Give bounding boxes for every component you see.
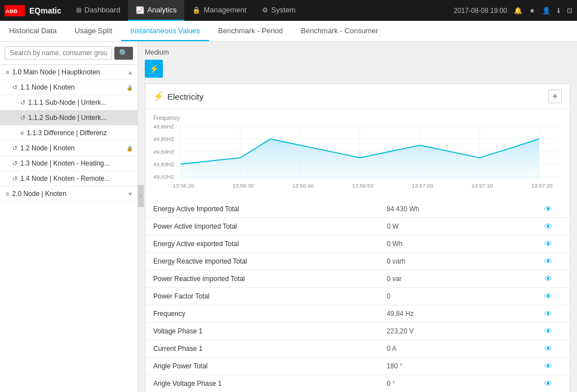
chart-area: Frequency 49,86HZ 49,85HZ 49,84HZ 49,83H…: [145, 109, 570, 201]
metric-value: 49,84 Hz: [379, 305, 527, 323]
analytics-icon: 📈: [136, 6, 144, 14]
bell-icon[interactable]: 🔔: [514, 7, 522, 15]
svg-text:13:56:40: 13:56:40: [292, 184, 314, 189]
tree-item-label: 2.0 Node | Knoten: [12, 190, 133, 198]
eye-icon[interactable]: 👁: [544, 274, 552, 283]
table-row: Frequency 49,84 Hz 👁: [145, 305, 570, 323]
tab-historical[interactable]: Historical Data: [0, 21, 66, 41]
dashboard-icon: ⊞: [76, 6, 82, 14]
chart-title: ⚡ Electricity: [153, 91, 203, 101]
tree-item-icon: ↺: [20, 99, 25, 106]
svg-text:13:56:20: 13:56:20: [173, 184, 194, 189]
eye-icon[interactable]: 👁: [544, 362, 552, 371]
tab-benchmark-consumer[interactable]: Benchmark - Consumer: [292, 21, 387, 41]
metric-value: 180 °: [379, 358, 527, 375]
tree-item-node-1-2[interactable]: ↺1.2 Node | Knoten🔒▼: [0, 141, 137, 156]
tree-item-sub-1-1-2[interactable]: ↺1.1.2 Sub-Node | Unterk...: [0, 110, 137, 126]
sidebar-collapse-button[interactable]: ‹: [138, 185, 144, 207]
tree-item-node-1-3[interactable]: ↺1.3 Node | Knoten - Heating...: [0, 156, 137, 171]
tab-usage-split[interactable]: Usage Split: [66, 21, 121, 41]
metric-label: Current Phase 1: [145, 340, 379, 358]
tree-item-label: 1.4 Node | Knoten - Remote...: [20, 175, 133, 182]
eye-icon[interactable]: 👁: [544, 292, 552, 301]
nav-management[interactable]: 🔒 Management: [184, 0, 254, 21]
nav-analytics[interactable]: 📈 Analytics: [128, 0, 184, 21]
table-row: Current Phase 1 0 A 👁: [145, 340, 570, 358]
metric-value: 0 °: [379, 375, 527, 393]
tree-item-node-1-1[interactable]: ↺1.1 Node | Knoten🔒▲: [0, 80, 137, 95]
svg-text:13:56:50: 13:56:50: [352, 184, 374, 189]
table-row: Voltage Phase 1 223,20 V 👁: [145, 323, 570, 340]
metric-value: 223,20 V: [379, 323, 527, 340]
metric-label: Power Factor Total: [145, 288, 379, 305]
tab-benchmark-period[interactable]: Benchmark - Period: [209, 21, 292, 41]
search-input[interactable]: [5, 46, 112, 60]
eye-icon[interactable]: 👁: [544, 257, 552, 266]
svg-text:13:57:10: 13:57:10: [472, 184, 493, 189]
metric-label: Angle Voltage Phase 1: [145, 375, 379, 393]
metric-value: 0 varh: [379, 253, 527, 270]
metric-label: Angle Power Total: [145, 358, 379, 375]
tree-item-icon: ↺: [20, 114, 25, 122]
nav-dashboard[interactable]: ⊞ Dashboard: [68, 0, 128, 21]
metric-value: 0 var: [379, 270, 527, 288]
metric-eye-cell: 👁: [527, 323, 570, 340]
eye-icon[interactable]: 👁: [544, 239, 552, 248]
table-row: Power Reactive imported Total 0 var 👁: [145, 270, 570, 288]
tree-item-node-1-4[interactable]: ↺1.4 Node | Knoten - Remote...: [0, 171, 137, 186]
metrics-table: Energy Active Imported Total 84.430 Wh 👁…: [145, 201, 570, 392]
tab-instantaneous[interactable]: Instantaneous Values: [121, 21, 209, 41]
svg-text:49,82HZ: 49,82HZ: [153, 175, 175, 180]
metric-label: Voltage Phase 1: [145, 323, 379, 340]
search-button[interactable]: 🔍: [114, 47, 133, 60]
metric-value: 0: [379, 288, 527, 305]
tree-item-label: 1.3 Node | Knoten - Heating...: [20, 159, 133, 167]
tree-item-label: 1.2 Node | Knoten: [20, 144, 124, 152]
management-icon: 🔒: [192, 6, 201, 14]
metric-value: 0 A: [379, 340, 527, 358]
metric-eye-cell: 👁: [527, 218, 570, 235]
metric-eye-cell: 👁: [527, 358, 570, 375]
metric-label: Frequency: [145, 305, 379, 323]
eye-icon[interactable]: 👁: [544, 204, 552, 213]
metric-value: 0 Wh: [379, 235, 527, 253]
eye-icon[interactable]: 👁: [544, 344, 552, 353]
nav-system[interactable]: ⚙ System: [254, 0, 303, 21]
tree-item-sub-1-1-1[interactable]: ↺1.1.1 Sub-Node | Unterk...: [0, 95, 137, 110]
metric-eye-cell: 👁: [527, 305, 570, 323]
medium-section: Medium ⚡: [145, 48, 570, 78]
top-right: 2017-08-08 19:00 🔔 ★ 👤 ℹ ⊡: [454, 7, 572, 15]
chevron-icon: ▼: [127, 191, 133, 197]
tree-item-icon: ≡: [6, 69, 9, 75]
eye-icon[interactable]: 👁: [544, 379, 552, 388]
table-row: Angle Voltage Phase 1 0 ° 👁: [145, 375, 570, 393]
electricity-icon: ⚡: [149, 64, 159, 73]
table-row: Energy Reactive imported Total 0 varh 👁: [145, 253, 570, 270]
metric-eye-cell: 👁: [527, 253, 570, 270]
metric-label: Energy Active exported Total: [145, 235, 379, 253]
chart-add-button[interactable]: +: [548, 90, 562, 103]
tree-item-icon: ↺: [12, 84, 17, 91]
eye-icon[interactable]: 👁: [544, 309, 552, 318]
user-icon[interactable]: 👤: [542, 7, 551, 15]
metric-value: 0 W: [379, 218, 527, 235]
tree-item-label: 1.1.2 Sub-Node | Unterk...: [28, 114, 133, 122]
metric-eye-cell: 👁: [527, 375, 570, 393]
top-nav: ABB EQmatic ⊞ Dashboard 📈 Analytics 🔒 Ma…: [0, 0, 577, 21]
tree-item-label: 1.0 Main Node | Hauptknoten: [12, 68, 133, 76]
metric-label: Power Reactive imported Total: [145, 270, 379, 288]
metric-label: Power Active Imported Total: [145, 218, 379, 235]
info-icon[interactable]: ℹ: [557, 7, 560, 15]
tree-item-diff-1-1-3[interactable]: ≡1.1.3 Difference | Differenz: [0, 126, 137, 141]
chevron-icon: ▲: [127, 69, 133, 75]
expand-icon[interactable]: ⊡: [567, 7, 572, 15]
svg-text:13:56:30: 13:56:30: [233, 184, 254, 189]
eye-icon[interactable]: 👁: [544, 327, 552, 336]
eye-icon[interactable]: 👁: [544, 222, 552, 231]
star-icon[interactable]: ★: [529, 7, 535, 15]
svg-text:13:57:20: 13:57:20: [531, 184, 553, 189]
tree-item-node-2-0[interactable]: ≡2.0 Node | Knoten▼: [0, 186, 137, 202]
brand: ABB EQmatic: [5, 5, 61, 16]
tree-item-main-node[interactable]: ≡1.0 Main Node | Hauptknoten▲: [0, 65, 137, 80]
medium-electricity-button[interactable]: ⚡: [145, 60, 163, 78]
